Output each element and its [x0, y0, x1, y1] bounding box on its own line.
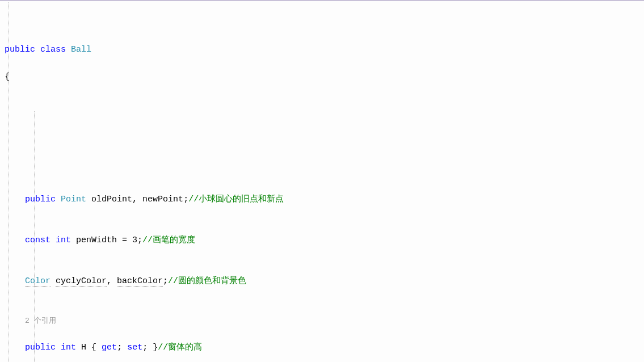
- blank-line: [5, 152, 644, 166]
- field-point: public Point oldPoint, newPoint;//小球圆心的旧…: [5, 193, 644, 207]
- codelens-ref[interactable]: 2 个引用: [5, 315, 644, 327]
- prop-H: public int H { get; set; }//窗体的高: [5, 341, 644, 355]
- code-editor[interactable]: public class Ball { public Point oldPoin…: [0, 2, 644, 362]
- field-penwidth: const int penWidth = 3;//画笔的宽度: [5, 234, 644, 247]
- open-brace: {: [5, 70, 644, 84]
- class-declaration: public class Ball: [5, 43, 644, 57]
- field-colors: Color cyclyColor, backColor;//圆的颜色和背景色: [5, 275, 644, 288]
